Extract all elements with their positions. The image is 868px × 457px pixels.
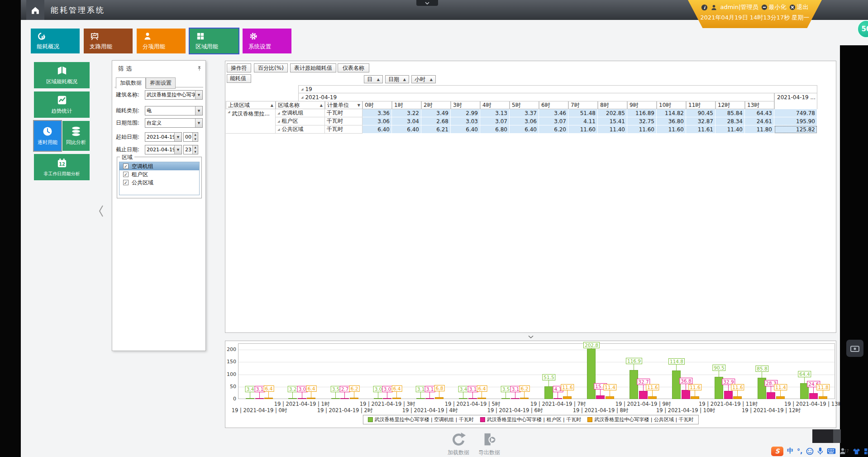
start-date-select[interactable]: 2021-04-19▼ [145, 132, 182, 142]
bar[interactable] [246, 398, 254, 399]
region-option-3[interactable]: ✓公共区域 [119, 178, 199, 187]
load-data-button[interactable]: 加载数据 [445, 432, 472, 457]
value-cell[interactable]: 3.46 [539, 109, 568, 117]
minimize-button[interactable]: 最小化 [761, 3, 787, 11]
column-header-hour-13[interactable]: 13时 [745, 101, 774, 109]
region-cell[interactable]: ◢ 空调机组 [276, 109, 325, 117]
value-cell[interactable]: 6.21 [421, 125, 451, 134]
chevron-down-icon[interactable]: ▼ [195, 119, 202, 127]
filter-tab-1[interactable]: 加载数据 [116, 77, 146, 89]
column-header-hour-0[interactable]: 0时 [362, 101, 392, 109]
value-cell[interactable]: 32.75 [627, 117, 657, 125]
value-cell[interactable]: 15.41 [598, 117, 627, 125]
value-cell[interactable]: 64.43 [745, 109, 774, 117]
column-header-hour-2[interactable]: 2时 [421, 101, 451, 109]
bar[interactable] [392, 398, 401, 399]
bar[interactable] [331, 398, 340, 399]
start-hour-spinner[interactable]: 00▲▼ [183, 132, 198, 142]
value-cell[interactable]: 6.40 [510, 125, 539, 134]
nav-tab-4[interactable]: 区域用能 [190, 29, 238, 53]
column-header-hour-1[interactable]: 1时 [392, 101, 421, 109]
value-cell[interactable]: 6.40 [362, 125, 392, 134]
bar[interactable] [468, 398, 477, 399]
spin-up-icon[interactable]: ▲ [193, 133, 198, 137]
skin-button[interactable] [853, 448, 860, 455]
region-cell[interactable]: ◢ 租户区 [276, 117, 325, 125]
sidebar-item-1[interactable]: 区域能耗概况 [34, 62, 90, 88]
chevron-down-icon[interactable]: ▼ [195, 106, 202, 115]
value-cell[interactable]: 3.06 [510, 117, 539, 125]
bar[interactable] [596, 395, 605, 399]
spinner-arrows[interactable]: ▲▼ [192, 145, 198, 154]
sidebar-item-3[interactable]: 逐时用能 [34, 121, 61, 151]
bar[interactable] [639, 391, 648, 399]
sidebar-item-2[interactable]: 趋势统计 [34, 91, 90, 118]
float-ball-badge[interactable]: 50 [857, 20, 868, 38]
date-range-select[interactable]: 自定义▼ [145, 118, 203, 128]
value-cell[interactable]: 3.06 [362, 117, 392, 125]
group-row-day[interactable]: ◢ 19 [298, 85, 817, 93]
bar[interactable] [520, 398, 529, 399]
region-option-1[interactable]: ✓空调机组 [119, 162, 199, 170]
pin-icon[interactable] [197, 64, 202, 73]
spin-up-icon[interactable]: ▲ [193, 145, 198, 150]
bar[interactable] [374, 398, 382, 399]
bar[interactable] [435, 397, 444, 399]
value-cell[interactable]: 6.40 [451, 125, 480, 134]
bar[interactable] [691, 396, 699, 399]
ime-user-button[interactable]: 17 [839, 447, 849, 455]
checkbox[interactable]: ✓ [123, 164, 129, 169]
value-cell[interactable]: 3.22 [392, 109, 421, 117]
bar[interactable] [563, 396, 572, 399]
building-select[interactable]: 武汉香格里拉中心写字楼▼ [145, 90, 203, 100]
bar[interactable] [425, 398, 434, 399]
soft-keyboard-button[interactable] [827, 448, 836, 454]
group-row-date[interactable]: ◢ 2021-04-19 [298, 93, 774, 101]
value-cell[interactable]: 116.89 [627, 109, 657, 117]
bar[interactable] [340, 398, 349, 399]
value-cell[interactable]: 11.40 [715, 125, 745, 134]
bar[interactable] [459, 398, 467, 399]
value-cell[interactable]: 51.48 [568, 109, 598, 117]
value-cell[interactable]: 24.61 [745, 117, 774, 125]
bar[interactable] [809, 393, 818, 399]
column-header-hour-7[interactable]: 7时 [568, 101, 598, 109]
expand-icon[interactable]: ◢ [301, 96, 303, 99]
energy-type-select[interactable]: 电▼ [145, 106, 203, 115]
screen-capture-button[interactable] [846, 340, 863, 357]
expand-icon[interactable]: ◢ [301, 87, 303, 91]
bar[interactable] [672, 370, 681, 399]
column-header-hour-11[interactable]: 11时 [686, 101, 715, 109]
value-cell[interactable]: 11.61 [686, 125, 715, 134]
region-cell[interactable]: ◢ 公共区域 [276, 125, 325, 134]
expand-icon[interactable]: ◢ [277, 128, 280, 131]
bar[interactable] [416, 398, 425, 399]
bar[interactable] [682, 390, 690, 399]
nav-tab-1[interactable]: 能耗概况 [31, 29, 80, 53]
bar[interactable] [255, 398, 264, 399]
value-cell[interactable]: 3.36 [362, 109, 392, 117]
export-data-button[interactable]: 导出数据 [476, 432, 503, 457]
sidebar-item-4[interactable]: 同比分析 [62, 121, 90, 151]
nav-tab-3[interactable]: 分项用能 [137, 29, 186, 53]
column-header-hour-5[interactable]: 5时 [510, 101, 539, 109]
bar[interactable] [767, 392, 775, 399]
parent-region-cell[interactable]: ◢ 武汉香格里拉... [226, 109, 276, 134]
sidebar-item-5[interactable]: 12非工作日用能分析 [34, 154, 90, 180]
value-cell[interactable]: 3.37 [510, 109, 539, 117]
value-cell[interactable]: 3.07 [539, 117, 568, 125]
value-cell[interactable]: 36.80 [657, 117, 686, 125]
value-cell[interactable]: 3.03 [451, 117, 480, 125]
spinner-arrows[interactable]: ▲▼ [192, 133, 198, 141]
ime-mode-toggle[interactable]: 中 [787, 447, 793, 455]
checkbox[interactable]: ✓ [123, 180, 129, 185]
column-header-hour-12[interactable]: 12时 [715, 101, 745, 109]
bar[interactable] [606, 396, 614, 399]
bar[interactable] [776, 396, 785, 399]
bar[interactable] [477, 398, 486, 399]
bar[interactable] [298, 398, 306, 399]
value-cell[interactable]: 3.07 [480, 117, 510, 125]
end-date-select[interactable]: 2021-04-19▼ [145, 145, 182, 154]
ime-punctuation-toggle[interactable]: °, [797, 447, 802, 455]
chevron-down-icon[interactable]: ▼ [195, 91, 202, 99]
